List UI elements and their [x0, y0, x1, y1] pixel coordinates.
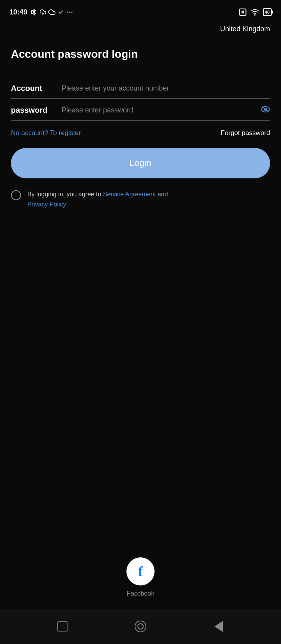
- password-field-row: password: [11, 99, 270, 121]
- square-icon: [57, 621, 68, 632]
- download-icon: [40, 9, 46, 15]
- account-label: Account: [11, 84, 62, 93]
- wifi-icon: [251, 8, 259, 16]
- check-icon: [58, 9, 64, 15]
- account-input[interactable]: [62, 84, 270, 93]
- back-button[interactable]: [211, 619, 226, 634]
- triangle-icon: [214, 621, 223, 632]
- more-icon: [66, 9, 73, 16]
- login-button[interactable]: Login: [11, 148, 270, 178]
- close-icon: [239, 8, 247, 16]
- account-input-wrapper: [62, 84, 270, 93]
- login-form: Account password No account? To register…: [0, 77, 281, 225]
- circle-icon: [135, 621, 146, 632]
- social-login-area: f Facebook: [0, 557, 281, 597]
- facebook-login-button[interactable]: f: [126, 557, 155, 585]
- region-label: United Kingdom: [220, 25, 270, 33]
- cloud-icon: [48, 9, 55, 16]
- home-button[interactable]: [133, 619, 148, 634]
- service-agreement-link[interactable]: Service Agreement: [103, 191, 156, 197]
- status-time: 10:49: [9, 8, 73, 16]
- account-field-row: Account: [11, 77, 270, 99]
- password-input-wrapper: [62, 106, 270, 115]
- status-bar: 10:49: [0, 0, 281, 22]
- status-icons: [30, 9, 73, 16]
- agreement-text: By logging in, you agree to Service Agre…: [27, 189, 168, 209]
- facebook-icon: f: [138, 563, 143, 580]
- page-title: Account password login: [0, 39, 281, 77]
- svg-point-1: [67, 12, 68, 13]
- time-display: 10:49: [9, 8, 27, 16]
- facebook-label: Facebook: [127, 590, 154, 597]
- forgot-password-link[interactable]: Forgot password: [221, 129, 270, 137]
- password-label: password: [11, 106, 62, 115]
- agreement-checkbox[interactable]: [11, 190, 21, 200]
- links-row: No account? To register Forgot password: [11, 121, 270, 148]
- system-nav-bar: [0, 609, 281, 644]
- mute-icon: [30, 9, 37, 16]
- toggle-password-icon[interactable]: [261, 106, 270, 115]
- svg-point-2: [69, 12, 71, 13]
- privacy-policy-link[interactable]: Privacy Policy: [27, 201, 66, 208]
- svg-point-3: [71, 12, 73, 13]
- region-selector[interactable]: United Kingdom: [0, 22, 281, 39]
- agreement-row: By logging in, you agree to Service Agre…: [11, 189, 270, 225]
- password-input[interactable]: [62, 106, 257, 114]
- recent-apps-button[interactable]: [55, 619, 70, 634]
- svg-point-7: [254, 14, 255, 15]
- register-link[interactable]: No account? To register: [11, 129, 81, 137]
- battery-indicator: 40: [263, 8, 272, 16]
- status-right-icons: 40: [239, 8, 272, 16]
